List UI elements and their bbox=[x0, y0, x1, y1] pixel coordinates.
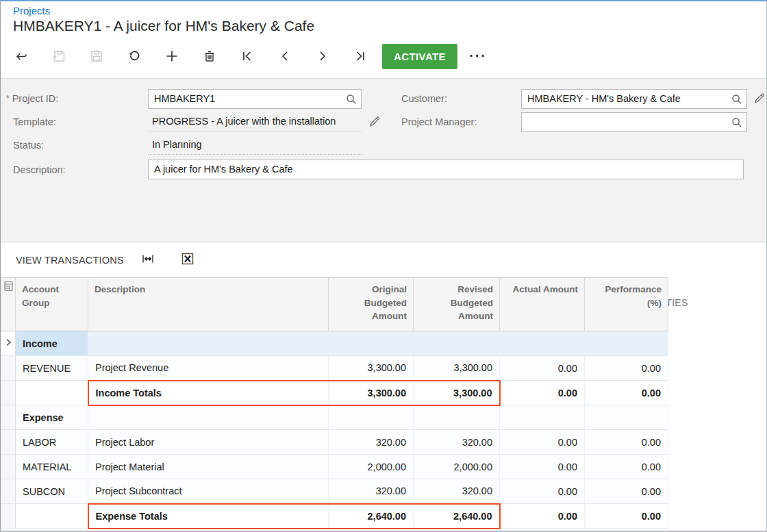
cell-description[interactable]: Expense Totals bbox=[88, 504, 329, 529]
column-header-account-group[interactable]: Account Group bbox=[16, 278, 88, 331]
delete-button[interactable] bbox=[190, 42, 228, 70]
cancel-undo-button[interactable] bbox=[115, 42, 153, 70]
project-manager-input[interactable] bbox=[521, 112, 747, 132]
undo-icon bbox=[127, 49, 142, 64]
search-icon[interactable] bbox=[344, 92, 358, 106]
status-value: In Planning bbox=[148, 136, 362, 155]
cell-original[interactable]: 2,640.00 bbox=[329, 504, 414, 529]
table-row-labor[interactable]: LABOR Project Labor 320.00 320.00 0.00 0… bbox=[1, 430, 668, 455]
project-manager-label: Project Manager: bbox=[401, 116, 477, 127]
save-and-close-icon bbox=[51, 49, 66, 64]
customer-input[interactable]: HMBAKERY - HM's Bakery & Cafe bbox=[521, 89, 747, 109]
go-first-icon bbox=[240, 49, 255, 64]
cell-actual[interactable]: 0.00 bbox=[500, 381, 585, 405]
cell-description[interactable]: Project Revenue bbox=[88, 356, 329, 381]
fit-width-button[interactable] bbox=[138, 249, 158, 271]
export-excel-button[interactable] bbox=[177, 249, 198, 271]
cell-actual[interactable]: 0.00 bbox=[500, 455, 585, 479]
search-icon[interactable] bbox=[730, 92, 744, 106]
group-row-income[interactable]: Income bbox=[1, 331, 668, 356]
column-header-revised-budgeted-amount[interactable]: Revised Budgeted Amount bbox=[414, 278, 500, 331]
go-previous-button[interactable] bbox=[266, 42, 303, 70]
view-transactions-button[interactable]: VIEW TRANSACTIONS bbox=[13, 251, 127, 270]
main-toolbar bbox=[2, 42, 379, 70]
total-row-expense[interactable]: Expense Totals 2,640.00 2,640.00 0.00 0.… bbox=[1, 504, 668, 529]
cell-revised[interactable]: 3,300.00 bbox=[414, 381, 500, 405]
group-label-cell[interactable]: Expense bbox=[16, 405, 88, 430]
chevron-right-icon bbox=[3, 338, 13, 347]
row-expander-cell[interactable] bbox=[1, 331, 16, 356]
cell-performance[interactable]: 0.00 bbox=[585, 381, 668, 405]
go-next-icon bbox=[315, 49, 330, 64]
grid-settings-cell[interactable] bbox=[1, 278, 16, 331]
cell-original[interactable]: 2,000.00 bbox=[329, 455, 414, 479]
cell-revised[interactable]: 3,300.00 bbox=[414, 356, 500, 381]
save-button[interactable] bbox=[77, 42, 115, 70]
cell-account-group[interactable]: REVENUE bbox=[16, 356, 88, 381]
page-title: HMBAKERY1 - A juicer for HM's Bakery & C… bbox=[13, 18, 314, 34]
column-header-description[interactable]: Description bbox=[88, 278, 329, 331]
save-and-close-button[interactable] bbox=[40, 42, 77, 70]
add-new-button[interactable] bbox=[153, 42, 190, 70]
description-input[interactable]: A juicer for HM's Bakery & Cafe bbox=[148, 160, 744, 179]
group-row-expense[interactable]: Expense bbox=[1, 405, 668, 430]
cell-revised[interactable]: 2,000.00 bbox=[414, 455, 500, 479]
cell-original[interactable]: 3,300.00 bbox=[329, 356, 414, 381]
grid-settings-icon bbox=[3, 281, 14, 292]
column-header-performance[interactable]: Performance (%) bbox=[585, 278, 668, 331]
delete-icon bbox=[202, 49, 217, 64]
go-next-button[interactable] bbox=[303, 42, 341, 70]
cell-revised[interactable]: 320.00 bbox=[414, 430, 500, 455]
fit-width-icon bbox=[140, 251, 155, 266]
customer-edit-button[interactable] bbox=[751, 90, 767, 107]
cell-account-group[interactable]: SUBCON bbox=[16, 479, 88, 504]
grid-toolbar: VIEW TRANSACTIONS bbox=[1, 242, 766, 277]
table-row-subcon[interactable]: SUBCON Project Subcontract 320.00 320.00… bbox=[1, 479, 668, 504]
customer-label: Customer: bbox=[401, 93, 447, 104]
back-icon bbox=[14, 49, 29, 64]
cell-description[interactable]: Income Totals bbox=[88, 381, 329, 405]
cell-account-group[interactable]: MATERIAL bbox=[16, 455, 88, 479]
cell-actual[interactable]: 0.00 bbox=[500, 430, 585, 455]
cell-description[interactable]: Project Labor bbox=[88, 430, 329, 455]
template-value: PROGRESS - A juicer with the installatio… bbox=[148, 112, 362, 131]
table-row-material[interactable]: MATERIAL Project Material 2,000.00 2,000… bbox=[1, 455, 668, 479]
back-button[interactable] bbox=[2, 42, 40, 70]
cell-performance[interactable]: 0.00 bbox=[585, 479, 668, 504]
cell-actual[interactable]: 0.00 bbox=[500, 479, 585, 504]
cell-description[interactable]: Project Material bbox=[88, 455, 329, 479]
cell-revised[interactable]: 320.00 bbox=[414, 479, 500, 504]
project-id-input[interactable]: HMBAKERY1 bbox=[148, 89, 362, 109]
cell-performance[interactable]: 0.00 bbox=[585, 455, 668, 479]
column-header-original-budgeted-amount[interactable]: Original Budgeted Amount bbox=[329, 278, 414, 331]
group-label-cell[interactable]: Income bbox=[16, 331, 88, 356]
cell-original[interactable]: 3,300.00 bbox=[329, 381, 414, 405]
cell-actual[interactable]: 0.00 bbox=[500, 356, 585, 381]
cell-original[interactable]: 320.00 bbox=[329, 430, 414, 455]
grid-header-row: Account Group Description Original Budge… bbox=[1, 278, 668, 331]
template-edit-button[interactable] bbox=[366, 113, 383, 131]
cell-original[interactable]: 320.00 bbox=[329, 479, 414, 504]
cell-performance[interactable]: 0.00 bbox=[585, 356, 668, 381]
activate-button[interactable]: ACTIVATE bbox=[382, 44, 457, 69]
cell-performance[interactable]: 0.00 bbox=[585, 504, 668, 529]
cell-actual[interactable]: 0.00 bbox=[500, 504, 585, 529]
cell-account-group[interactable]: LABOR bbox=[16, 430, 88, 455]
add-icon bbox=[164, 49, 179, 64]
template-label: Template: bbox=[13, 116, 56, 127]
project-id-label: *Project ID: bbox=[6, 93, 58, 104]
cell-description[interactable]: Project Subcontract bbox=[88, 479, 329, 504]
search-icon[interactable] bbox=[730, 116, 744, 129]
go-first-button[interactable] bbox=[228, 42, 266, 70]
table-row-revenue[interactable]: REVENUE Project Revenue 3,300.00 3,300.0… bbox=[1, 356, 668, 381]
more-actions-button[interactable]: ... bbox=[462, 44, 494, 69]
go-last-button[interactable] bbox=[341, 42, 379, 70]
column-header-actual-amount[interactable]: Actual Amount bbox=[500, 278, 585, 331]
breadcrumb[interactable]: Projects bbox=[13, 5, 50, 16]
save-icon bbox=[89, 49, 104, 64]
cell-revised[interactable]: 2,640.00 bbox=[414, 504, 500, 529]
export-excel-icon bbox=[180, 251, 195, 266]
cell-performance[interactable]: 0.00 bbox=[585, 430, 668, 455]
go-last-icon bbox=[353, 49, 368, 64]
total-row-income[interactable]: Income Totals 3,300.00 3,300.00 0.00 0.0… bbox=[1, 381, 668, 405]
